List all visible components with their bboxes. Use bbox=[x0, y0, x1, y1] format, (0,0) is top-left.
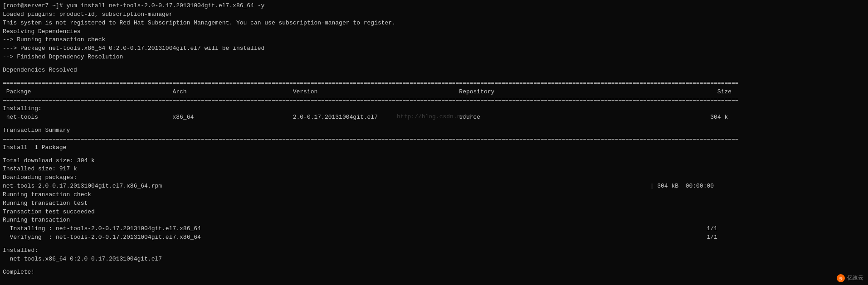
logo-icon: 云 bbox=[837, 274, 845, 282]
terminal-line: Complete! bbox=[3, 268, 865, 277]
terminal-line: Installing: bbox=[3, 105, 865, 113]
terminal-output: [root@server7 ~]# yum install net-tools-… bbox=[3, 2, 865, 276]
terminal-line: --> Finished Dependency Resolution bbox=[3, 53, 865, 62]
bottom-logo: 云 亿速云 bbox=[837, 274, 863, 282]
terminal-line: Running transaction bbox=[3, 216, 865, 225]
terminal-line: Verifying : net-tools-2.0-0.17.20131004g… bbox=[3, 233, 865, 242]
logo-text: 亿速云 bbox=[847, 275, 863, 281]
terminal-line: ========================================… bbox=[3, 96, 865, 105]
terminal-line: Installed: bbox=[3, 246, 865, 255]
terminal-line: Package Arch Version Repository bbox=[3, 88, 865, 97]
terminal-line bbox=[3, 62, 865, 66]
terminal-line: Transaction test succeeded bbox=[3, 208, 865, 217]
terminal-line: ---> Package net-tools.x86_64 0:2.0-0.17… bbox=[3, 44, 865, 53]
terminal-line: Total download size: 304 k bbox=[3, 157, 865, 165]
terminal-line: net-tools.x86_64 0:2.0-0.17.20131004git.… bbox=[3, 255, 865, 264]
terminal-line: Downloading packages: bbox=[3, 174, 865, 182]
terminal-line: Running transaction test bbox=[3, 199, 865, 208]
terminal-line: Installing : net-tools-2.0-0.17.20131004… bbox=[3, 225, 865, 233]
terminal-window: [root@server7 ~]# yum install net-tools-… bbox=[0, 0, 868, 285]
terminal-line: --> Running transaction check bbox=[3, 36, 865, 44]
terminal-line: This system is not registered to Red Hat… bbox=[3, 19, 865, 28]
terminal-line bbox=[3, 264, 865, 268]
terminal-line: Resolving Dependencies bbox=[3, 28, 865, 36]
terminal-line: net-tools x86_64 2.0-0.17.20131004git.el… bbox=[3, 113, 865, 122]
terminal-line: [root@server7 ~]# yum install net-tools-… bbox=[3, 2, 865, 10]
terminal-line bbox=[3, 75, 865, 79]
svg-text:云: 云 bbox=[839, 277, 843, 281]
terminal-line bbox=[3, 152, 865, 157]
terminal-line bbox=[3, 122, 865, 126]
terminal-line: net-tools-2.0-0.17.20131004git.el7.x86_6… bbox=[3, 182, 865, 191]
terminal-line bbox=[3, 242, 865, 246]
terminal-line: ========================================… bbox=[3, 135, 865, 144]
terminal-line: Installed size: 917 k bbox=[3, 165, 865, 174]
terminal-line: Dependencies Resolved bbox=[3, 66, 865, 75]
terminal-line: Running transaction check bbox=[3, 191, 865, 199]
terminal-line: Install 1 Package bbox=[3, 144, 865, 152]
terminal-line: ========================================… bbox=[3, 79, 865, 88]
terminal-line: Transaction Summary bbox=[3, 126, 865, 135]
terminal-line: Loaded plugins: product-id, subscription… bbox=[3, 10, 865, 19]
